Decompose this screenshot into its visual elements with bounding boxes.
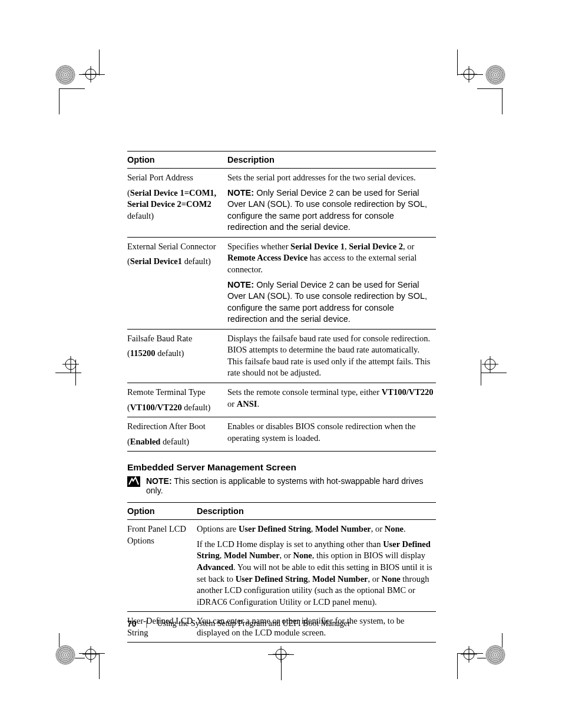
svg-rect-21 bbox=[127, 476, 140, 487]
text-bold: None bbox=[385, 524, 404, 533]
note-body: Only Serial Device 2 can be used for Ser… bbox=[227, 280, 427, 324]
page-body: Option Description Serial Port Address (… bbox=[127, 151, 436, 643]
text: . bbox=[404, 524, 406, 533]
text: Sets the serial port addresses for the t… bbox=[227, 173, 416, 182]
page: Option Description Serial Port Address (… bbox=[0, 0, 562, 728]
text-bold: Advanced bbox=[197, 562, 233, 572]
option-default: Enabled bbox=[130, 437, 161, 446]
text-bold: None bbox=[293, 551, 312, 560]
description-cell: Specifies whether Serial Device 1, Seria… bbox=[227, 237, 436, 329]
options-table-1: Option Description Serial Port Address (… bbox=[127, 151, 436, 452]
text-bold: None bbox=[381, 574, 400, 584]
section-heading: Embedded Server Management Screen bbox=[127, 462, 436, 473]
text-bold: Model Number bbox=[315, 524, 371, 533]
text: , bbox=[308, 574, 312, 584]
registration-mark-icon bbox=[482, 356, 498, 373]
footer-separator: | bbox=[146, 619, 148, 628]
registration-mark-icon bbox=[82, 646, 99, 663]
note-label: NOTE: bbox=[146, 476, 172, 486]
option-default: VT100/VT220 bbox=[130, 403, 182, 412]
text: , or bbox=[368, 574, 382, 584]
note-text: NOTE: This section is applicable to syst… bbox=[146, 476, 436, 495]
option-name: Redirection After Boot bbox=[127, 421, 206, 431]
option-name: Failsafe Baud Rate bbox=[127, 334, 192, 343]
text-bold: Model Number bbox=[224, 551, 280, 560]
registration-mark-icon bbox=[62, 356, 79, 373]
page-footer: 70 | Using the System Setup Program and … bbox=[127, 619, 436, 628]
description-cell: Sets the serial port addresses for the t… bbox=[227, 169, 436, 238]
chapter-title: Using the System Setup Program and UEFI … bbox=[157, 619, 350, 628]
page-number: 70 bbox=[127, 619, 137, 628]
text: Enables or disables BIOS console redirec… bbox=[227, 421, 415, 443]
text: Options are bbox=[197, 524, 239, 533]
text: default) bbox=[127, 211, 154, 220]
description-cell: Sets the remote console terminal type, e… bbox=[227, 383, 436, 417]
option-name: Front Panel LCD Options bbox=[127, 524, 186, 545]
text: . bbox=[257, 399, 259, 409]
table-row: Serial Port Address (Serial Device 1=COM… bbox=[127, 169, 436, 238]
text-bold: VT100/VT220 bbox=[382, 387, 434, 397]
table-header-option: Option bbox=[127, 151, 227, 169]
text-bold: Serial Device 1 bbox=[290, 242, 345, 251]
text: , or bbox=[280, 551, 293, 560]
text: , or bbox=[403, 242, 414, 251]
description-cell: Displays the failsafe baud rate used for… bbox=[227, 329, 436, 383]
description-cell: Enables or disables BIOS console redirec… bbox=[227, 417, 436, 452]
text: , this option in BIOS will display bbox=[312, 551, 425, 560]
registration-mark-icon bbox=[461, 646, 477, 663]
note-body: This section is applicable to systems wi… bbox=[146, 476, 424, 495]
text-bold: Model Number bbox=[312, 574, 368, 584]
text-bold: Remote Access Device bbox=[227, 253, 308, 262]
text: default) bbox=[182, 403, 211, 412]
table-row: External Serial Connector (Serial Device… bbox=[127, 237, 436, 329]
text: default) bbox=[160, 437, 189, 446]
text-bold: User Defined String bbox=[236, 574, 308, 584]
text-bold: Serial Device 2 bbox=[349, 242, 403, 251]
option-cell: External Serial Connector (Serial Device… bbox=[127, 237, 227, 329]
description-cell: Options are User Defined String, Model N… bbox=[197, 520, 436, 612]
text: Specifies whether bbox=[227, 242, 290, 251]
option-name: External Serial Connector bbox=[127, 242, 216, 251]
table-row: Remote Terminal Type (VT100/VT220 defaul… bbox=[127, 383, 436, 417]
text-bold: User Defined String bbox=[239, 524, 311, 533]
ornament-icon bbox=[55, 65, 75, 85]
option-cell: Serial Port Address (Serial Device 1=COM… bbox=[127, 169, 227, 238]
ornament-icon bbox=[485, 645, 505, 665]
text: If the LCD Home display is set to anythi… bbox=[197, 539, 383, 549]
ornament-icon bbox=[55, 645, 75, 665]
table-header-description: Description bbox=[197, 503, 436, 520]
table-header-description: Description bbox=[227, 151, 436, 169]
table-row: Failsafe Baud Rate (115200 default) Disp… bbox=[127, 329, 436, 383]
table-row: Redirection After Boot (Enabled default)… bbox=[127, 417, 436, 452]
option-cell: Failsafe Baud Rate (115200 default) bbox=[127, 329, 227, 383]
text: Displays the failsafe baud rate used for… bbox=[227, 334, 430, 378]
text: , or bbox=[371, 524, 385, 533]
option-cell: Redirection After Boot (Enabled default) bbox=[127, 417, 227, 452]
option-cell: Remote Terminal Type (VT100/VT220 defaul… bbox=[127, 383, 227, 417]
option-name: Remote Terminal Type bbox=[127, 387, 206, 397]
note-label: NOTE: bbox=[227, 188, 254, 197]
text: Sets the remote console terminal type, e… bbox=[227, 387, 382, 397]
ornament-icon bbox=[485, 65, 505, 85]
note-body: Only Serial Device 2 can be used for Ser… bbox=[227, 188, 427, 232]
registration-mark-icon bbox=[461, 66, 477, 83]
text: default) bbox=[182, 256, 211, 266]
option-name: Serial Port Address bbox=[127, 173, 193, 182]
registration-mark-icon bbox=[82, 66, 99, 83]
option-default: 115200 bbox=[130, 348, 156, 358]
option-default: Serial Device 1=COM1, Serial Device 2=CO… bbox=[127, 188, 216, 209]
text: default) bbox=[156, 348, 184, 358]
text: or bbox=[227, 399, 237, 409]
table-row: Front Panel LCD Options Options are User… bbox=[127, 520, 436, 612]
text: , bbox=[220, 551, 224, 560]
table-header-option: Option bbox=[127, 503, 197, 520]
text-bold: ANSI bbox=[237, 399, 257, 409]
option-cell: Front Panel LCD Options bbox=[127, 520, 197, 612]
note-icon bbox=[127, 476, 140, 487]
section-note: NOTE: This section is applicable to syst… bbox=[127, 476, 436, 495]
option-default: Serial Device1 bbox=[130, 256, 182, 266]
note-label: NOTE: bbox=[227, 280, 254, 289]
